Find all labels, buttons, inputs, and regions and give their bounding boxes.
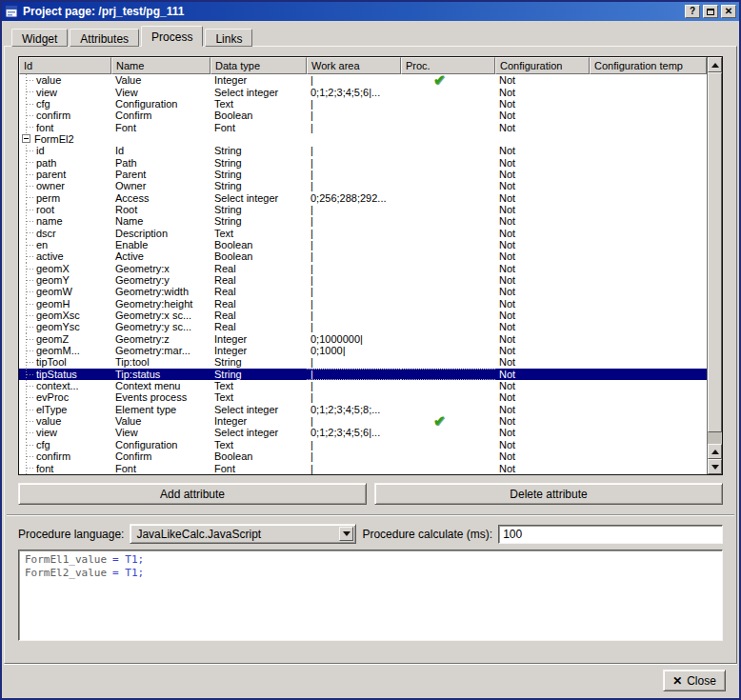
cell-id: elType [19,404,111,415]
cell-name: View [111,86,210,97]
table-row[interactable]: geomWGeometry:widthReal|Not [19,286,707,297]
cell-config-temp [590,286,707,297]
table-row[interactable]: geomM...Geometry:mar...Integer0;1000|Not [19,345,707,356]
table-row[interactable]: FormEl2 [19,133,707,145]
close-window-button[interactable]: ✕ [721,5,736,18]
close-button[interactable]: ✕ Close [663,670,726,691]
splitter[interactable] [7,514,734,516]
cell-proc [401,180,495,191]
table-row[interactable]: dscrDescriptionText|Not [19,227,707,238]
attribute-id: en [36,239,48,250]
titlebar[interactable]: Project page: /prj_test/pg_111 ? ✕ [2,2,739,21]
add-attribute-button[interactable]: Add attribute [18,483,367,505]
scroll-down-button[interactable] [708,459,722,474]
tab-links[interactable]: Links [205,29,252,47]
column-header-work-area[interactable]: Work area [307,57,401,74]
cell-data-type: Real [210,310,307,321]
maximize-button[interactable] [703,5,718,18]
table-row[interactable]: evProcEvents processText|Not [19,391,707,403]
column-header-name[interactable]: Name [111,57,210,74]
table-row[interactable]: rootRootString|Not [19,204,707,215]
tab-attributes[interactable]: Attributes [70,29,139,47]
table-row[interactable]: tipStatusTip:statusString|Not [19,369,707,380]
table-row[interactable]: elTypeElement typeSelect integer0;1;2;3;… [19,404,707,415]
cell-data-type: Text [210,227,307,238]
cell-config-temp [590,380,707,391]
table-row[interactable]: tipToolTip:toolString|Not [19,356,707,368]
cell-proc [401,110,495,121]
table-row[interactable]: geomYGeometry:yReal|Not [19,274,707,286]
tree-line [27,221,35,222]
cell-name: Element type [111,404,210,415]
table-row[interactable]: pathPathString|Not [19,156,707,168]
cell-proc [401,356,495,368]
delete-attribute-button[interactable]: Delete attribute [374,483,723,505]
table-row[interactable]: viewViewSelect integer0;1;2;3;4;5;6|...N… [19,86,707,97]
cell-data-type: Real [210,321,307,332]
table-row[interactable]: geomXGeometry:xReal|Not [19,263,707,274]
cell-configuration: Not [495,333,590,345]
table-row[interactable]: parentParentString|Not [19,169,707,180]
scroll-up-button-bottom[interactable] [708,444,722,459]
attribute-id: confirm [36,450,70,462]
cell-work-area: | [307,286,401,297]
table-row[interactable]: geomXscGeometry:x sc...Real|Not [19,310,707,321]
tab-widget[interactable]: Widget [11,29,68,47]
attribute-id: elType [36,404,67,415]
table-row[interactable]: confirmConfirmBoolean|Not [19,110,707,121]
scroll-up-button[interactable] [708,57,722,72]
table-row[interactable]: valueValueInteger|✔Not [19,415,707,427]
procedure-language-select[interactable]: JavaLikeCalc.JavaScript [130,524,356,544]
table-row[interactable]: cfgConfigurationText|Not [19,98,707,110]
column-header-data-type[interactable]: Data type [210,57,307,74]
table-row[interactable]: idIdString|Not [19,145,707,156]
table-row[interactable]: geomZGeometry:zInteger0;1000000|Not [19,333,707,345]
table-row[interactable]: enEnableBoolean|Not [19,239,707,250]
table-row[interactable]: viewViewSelect integer0;1;2;3;4;5;6|...N… [19,427,707,438]
cell-work-area: | [307,415,401,427]
tree-line [27,256,35,257]
procedure-calc-input[interactable] [498,525,723,544]
cell-name: Geometry:mar... [111,345,210,356]
cell-proc [401,133,495,145]
collapse-icon[interactable] [22,134,30,143]
table-row[interactable]: permAccessSelect integer0;256;288;292...… [19,191,707,203]
column-header-proc[interactable]: Proc. [401,57,495,74]
cell-id: tipStatus [19,369,111,380]
vertical-scrollbar[interactable] [707,57,722,474]
table-row[interactable]: activeActiveBoolean|Not [19,250,707,262]
tree-line [27,445,35,446]
table-row[interactable]: valueValueInteger|✔Not [19,74,707,86]
cell-data-type: String [210,169,307,180]
cell-work-area: | [307,227,401,238]
cell-id: path [19,156,111,168]
table-row[interactable]: fontFontFont|Not [19,462,707,473]
cell-config-temp [590,462,707,473]
cell-work-area: | [307,391,401,403]
cell-work-area: | [307,321,401,332]
column-header-configuration[interactable]: Configuration [495,57,590,74]
table-row[interactable]: ownerOwnerString|Not [19,180,707,191]
table-row[interactable]: context...Context menuText|Not [19,380,707,391]
column-header-id[interactable]: Id [19,57,111,74]
table-row[interactable]: geomHGeometry:heightReal|Not [19,298,707,310]
cell-config-temp [590,86,707,97]
table-row[interactable]: nameNameString|Not [19,215,707,227]
scrollbar-thumb[interactable] [708,72,722,432]
procedure-code-editor[interactable]: FormEl1_value= T1;FormEl2_value= T1; [18,550,723,641]
scrollbar-track[interactable] [708,432,722,444]
cell-config-temp [590,239,707,250]
table-row[interactable]: geomYscGeometry:y sc...Real|Not [19,321,707,332]
tab-process[interactable]: Process [141,26,203,47]
table-row[interactable]: fontFontFont|Not [19,121,707,132]
table-row[interactable]: confirmConfirmBoolean|Not [19,450,707,462]
cell-name: Enable [111,239,210,250]
table-row[interactable]: cfgConfigurationText|Not [19,439,707,450]
column-header-config-temp[interactable]: Configuration temp [590,57,707,74]
cell-proc [401,250,495,262]
cell-data-type: String [210,215,307,227]
tree-line [27,197,35,198]
process-tab-pane: Id Name Data type Work area Proc. Config… [4,46,737,664]
help-button[interactable]: ? [685,5,700,18]
dropdown-button[interactable] [339,527,353,541]
